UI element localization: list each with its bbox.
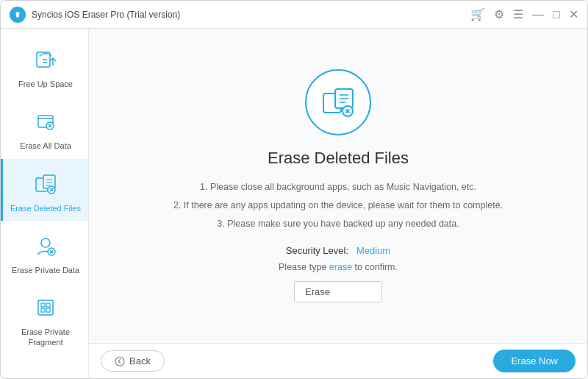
security-label: Security Level: [286,245,348,256]
close-icon[interactable]: ✕ [569,7,578,21]
content-body: Erase Deleted Files 1. Please close all … [89,29,587,343]
app-title: Syncios iOS Eraser Pro (Trial version) [32,10,470,20]
footer: Back Erase Now [89,343,587,378]
sidebar-item-erase-private-data[interactable]: Erase Private Data [1,221,88,283]
cart-icon[interactable]: 🛒 [470,7,485,21]
sidebar-item-erase-private-fragment[interactable]: Erase Private Fragment [1,283,88,355]
minimize-icon[interactable]: — [532,8,544,21]
sidebar-label-free-up-space: Free Up Space [18,79,73,89]
settings-icon[interactable]: ⚙ [494,7,504,21]
erase-input[interactable] [294,281,382,302]
sidebar-label-erase-private-fragment: Erase Private Fragment [9,327,82,348]
sidebar-label-erase-all-data: Erase All Data [20,141,71,151]
sidebar-label-erase-private-data: Erase Private Data [12,265,79,275]
free-up-space-icon [31,45,60,74]
svg-rect-24 [46,303,50,307]
instruction-3: 3. Please make sure you have backed up a… [173,215,503,233]
sidebar-item-erase-all-data[interactable]: Erase All Data [1,96,88,158]
app-logo [10,7,26,23]
instruction-1: 1. Please close all background apps, suc… [173,178,503,196]
window-controls: 🛒 ⚙ ☰ — □ ✕ [470,7,578,21]
sidebar-item-free-up-space[interactable]: Free Up Space [1,35,88,96]
back-label: Back [129,355,151,366]
confirm-prefix: Please type [279,262,326,272]
erase-now-label: Erase Now [511,355,558,366]
erase-all-data-icon [31,107,60,136]
erase-deleted-files-icon [31,169,60,199]
svg-point-35 [115,357,124,366]
main-layout: Free Up Space Erase All Data [1,29,587,378]
sidebar: Free Up Space Erase All Data [1,29,89,378]
section-title: Erase Deleted Files [268,149,409,168]
back-arrow-icon [115,356,125,366]
title-bar: Syncios iOS Eraser Pro (Trial version) 🛒… [1,1,587,29]
confirm-suffix: to confirm. [355,262,398,272]
instruction-2: 2. If there are any apps updating on the… [173,196,503,215]
sidebar-label-erase-deleted-files: Erase Deleted Files [10,203,81,213]
back-button[interactable]: Back [101,350,165,372]
svg-rect-25 [41,308,45,312]
content-area: Erase Deleted Files 1. Please close all … [89,29,587,378]
erase-now-button[interactable]: Erase Now [493,350,576,372]
instructions: 1. Please close all background apps, suc… [173,178,503,233]
security-level: Security Level: Medium [286,245,390,256]
confirm-link[interactable]: erase [329,262,352,272]
menu-icon[interactable]: ☰ [513,7,523,21]
sidebar-item-erase-deleted-files[interactable]: Erase Deleted Files [1,159,88,221]
svg-rect-26 [46,308,50,312]
main-feature-icon [305,69,371,135]
security-value-link[interactable]: Medium [356,245,390,256]
svg-rect-22 [38,300,53,315]
erase-private-fragment-icon [31,293,60,322]
confirm-text: Please type erase to confirm. [279,262,398,272]
svg-point-18 [41,238,50,247]
erase-private-data-icon [31,231,60,261]
svg-rect-23 [41,303,45,307]
maximize-icon[interactable]: □ [553,8,560,21]
